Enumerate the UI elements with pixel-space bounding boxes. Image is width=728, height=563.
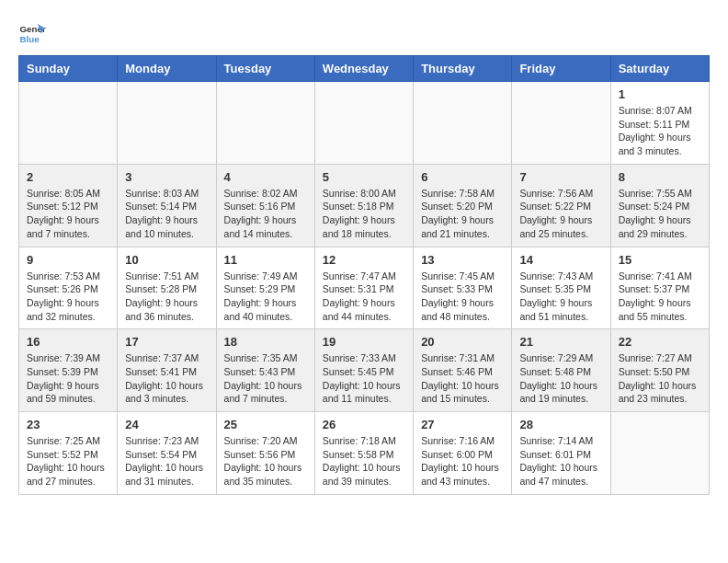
- calendar-day-cell: 8Sunrise: 7:55 AM Sunset: 5:24 PM Daylig…: [610, 164, 709, 247]
- day-info: Sunrise: 7:35 AM Sunset: 5:43 PM Dayligh…: [224, 351, 307, 406]
- calendar-day-cell: 13Sunrise: 7:45 AM Sunset: 5:33 PM Dayli…: [414, 247, 512, 329]
- day-info: Sunrise: 7:27 AM Sunset: 5:50 PM Dayligh…: [619, 351, 701, 406]
- calendar-day-cell: 7Sunrise: 7:56 AM Sunset: 5:22 PM Daylig…: [512, 164, 610, 247]
- calendar-day-cell: 26Sunrise: 7:18 AM Sunset: 5:58 PM Dayli…: [314, 412, 413, 495]
- day-number: 15: [619, 253, 701, 267]
- calendar-week-row: 1Sunrise: 8:07 AM Sunset: 5:11 PM Daylig…: [19, 82, 710, 165]
- day-number: 4: [224, 170, 307, 184]
- day-number: 10: [125, 253, 208, 267]
- day-info: Sunrise: 8:00 AM Sunset: 5:18 PM Dayligh…: [323, 187, 405, 241]
- calendar-day-cell: [118, 82, 216, 165]
- calendar-day-cell: [512, 82, 610, 165]
- day-number: 7: [519, 170, 602, 184]
- day-number: 3: [125, 170, 208, 184]
- day-number: 22: [619, 335, 701, 349]
- day-info: Sunrise: 7:25 AM Sunset: 5:52 PM Dayligh…: [27, 434, 109, 488]
- day-number: 16: [27, 335, 109, 349]
- calendar-day-cell: 6Sunrise: 7:58 AM Sunset: 5:20 PM Daylig…: [414, 164, 512, 247]
- day-number: 18: [224, 335, 307, 349]
- calendar-day-cell: [314, 82, 413, 165]
- weekday-header-monday: Monday: [118, 56, 216, 82]
- day-info: Sunrise: 7:33 AM Sunset: 5:45 PM Dayligh…: [323, 351, 405, 406]
- weekday-header-saturday: Saturday: [610, 56, 709, 82]
- day-number: 5: [323, 170, 405, 184]
- day-number: 13: [421, 253, 504, 267]
- calendar-day-cell: [216, 82, 314, 165]
- calendar-day-cell: 16Sunrise: 7:39 AM Sunset: 5:39 PM Dayli…: [19, 329, 118, 412]
- calendar-day-cell: 3Sunrise: 8:03 AM Sunset: 5:14 PM Daylig…: [118, 164, 216, 247]
- day-number: 14: [519, 253, 602, 267]
- calendar-day-cell: 15Sunrise: 7:41 AM Sunset: 5:37 PM Dayli…: [610, 247, 709, 329]
- logo: General Blue: [18, 18, 46, 46]
- calendar-day-cell: 21Sunrise: 7:29 AM Sunset: 5:48 PM Dayli…: [512, 329, 610, 412]
- calendar-day-cell: [19, 82, 118, 165]
- day-info: Sunrise: 7:23 AM Sunset: 5:54 PM Dayligh…: [125, 434, 208, 488]
- day-number: 23: [27, 418, 109, 431]
- day-info: Sunrise: 7:51 AM Sunset: 5:28 PM Dayligh…: [125, 270, 208, 324]
- day-number: 21: [519, 335, 602, 349]
- calendar-week-row: 2Sunrise: 8:05 AM Sunset: 5:12 PM Daylig…: [19, 164, 710, 247]
- day-number: 12: [323, 253, 405, 267]
- calendar-day-cell: [414, 82, 512, 165]
- calendar-day-cell: 17Sunrise: 7:37 AM Sunset: 5:41 PM Dayli…: [118, 329, 216, 412]
- day-info: Sunrise: 7:29 AM Sunset: 5:48 PM Dayligh…: [519, 351, 602, 406]
- day-info: Sunrise: 7:20 AM Sunset: 5:56 PM Dayligh…: [224, 434, 307, 488]
- day-info: Sunrise: 7:41 AM Sunset: 5:37 PM Dayligh…: [619, 270, 701, 324]
- logo-icon: General Blue: [18, 18, 46, 46]
- calendar-week-row: 9Sunrise: 7:53 AM Sunset: 5:26 PM Daylig…: [19, 247, 710, 329]
- day-info: Sunrise: 8:02 AM Sunset: 5:16 PM Dayligh…: [224, 187, 307, 241]
- day-info: Sunrise: 8:03 AM Sunset: 5:14 PM Dayligh…: [125, 187, 208, 241]
- day-info: Sunrise: 8:07 AM Sunset: 5:11 PM Dayligh…: [619, 104, 701, 158]
- calendar-header-row: SundayMondayTuesdayWednesdayThursdayFrid…: [19, 56, 710, 82]
- day-number: 25: [224, 418, 307, 431]
- day-number: 2: [27, 170, 109, 184]
- calendar-day-cell: 20Sunrise: 7:31 AM Sunset: 5:46 PM Dayli…: [414, 329, 512, 412]
- calendar-day-cell: 22Sunrise: 7:27 AM Sunset: 5:50 PM Dayli…: [610, 329, 709, 412]
- day-info: Sunrise: 7:55 AM Sunset: 5:24 PM Dayligh…: [619, 187, 701, 241]
- day-info: Sunrise: 7:56 AM Sunset: 5:22 PM Dayligh…: [519, 187, 602, 241]
- calendar-day-cell: 4Sunrise: 8:02 AM Sunset: 5:16 PM Daylig…: [216, 164, 314, 247]
- day-info: Sunrise: 7:31 AM Sunset: 5:46 PM Dayligh…: [421, 351, 504, 406]
- weekday-header-tuesday: Tuesday: [216, 56, 314, 82]
- calendar-day-cell: [610, 412, 709, 495]
- day-number: 11: [224, 253, 307, 267]
- calendar-day-cell: 11Sunrise: 7:49 AM Sunset: 5:29 PM Dayli…: [216, 247, 314, 329]
- day-info: Sunrise: 7:47 AM Sunset: 5:31 PM Dayligh…: [323, 270, 405, 324]
- day-number: 1: [619, 87, 701, 101]
- day-info: Sunrise: 7:14 AM Sunset: 6:01 PM Dayligh…: [519, 434, 602, 488]
- header: General Blue: [18, 18, 710, 46]
- day-number: 19: [323, 335, 405, 349]
- day-info: Sunrise: 8:05 AM Sunset: 5:12 PM Dayligh…: [27, 187, 109, 241]
- day-info: Sunrise: 7:18 AM Sunset: 5:58 PM Dayligh…: [323, 434, 405, 488]
- calendar-day-cell: 25Sunrise: 7:20 AM Sunset: 5:56 PM Dayli…: [216, 412, 314, 495]
- weekday-header-friday: Friday: [512, 56, 610, 82]
- day-number: 6: [421, 170, 504, 184]
- calendar-day-cell: 28Sunrise: 7:14 AM Sunset: 6:01 PM Dayli…: [512, 412, 610, 495]
- day-info: Sunrise: 7:16 AM Sunset: 6:00 PM Dayligh…: [421, 434, 504, 488]
- day-number: 27: [421, 418, 504, 431]
- calendar-day-cell: 12Sunrise: 7:47 AM Sunset: 5:31 PM Dayli…: [314, 247, 413, 329]
- calendar-table: SundayMondayTuesdayWednesdayThursdayFrid…: [18, 55, 710, 495]
- calendar-day-cell: 5Sunrise: 8:00 AM Sunset: 5:18 PM Daylig…: [314, 164, 413, 247]
- svg-text:Blue: Blue: [20, 34, 40, 44]
- calendar-day-cell: 19Sunrise: 7:33 AM Sunset: 5:45 PM Dayli…: [314, 329, 413, 412]
- calendar-day-cell: 24Sunrise: 7:23 AM Sunset: 5:54 PM Dayli…: [118, 412, 216, 495]
- day-info: Sunrise: 7:49 AM Sunset: 5:29 PM Dayligh…: [224, 270, 307, 324]
- weekday-header-thursday: Thursday: [414, 56, 512, 82]
- day-number: 28: [519, 418, 602, 431]
- calendar-day-cell: 18Sunrise: 7:35 AM Sunset: 5:43 PM Dayli…: [216, 329, 314, 412]
- calendar-day-cell: 14Sunrise: 7:43 AM Sunset: 5:35 PM Dayli…: [512, 247, 610, 329]
- day-info: Sunrise: 7:58 AM Sunset: 5:20 PM Dayligh…: [421, 187, 504, 241]
- day-info: Sunrise: 7:39 AM Sunset: 5:39 PM Dayligh…: [27, 351, 109, 406]
- calendar-day-cell: 27Sunrise: 7:16 AM Sunset: 6:00 PM Dayli…: [414, 412, 512, 495]
- calendar-day-cell: 2Sunrise: 8:05 AM Sunset: 5:12 PM Daylig…: [19, 164, 118, 247]
- calendar-week-row: 23Sunrise: 7:25 AM Sunset: 5:52 PM Dayli…: [19, 412, 710, 495]
- day-number: 17: [125, 335, 208, 349]
- day-number: 24: [125, 418, 208, 431]
- day-info: Sunrise: 7:53 AM Sunset: 5:26 PM Dayligh…: [27, 270, 109, 324]
- day-info: Sunrise: 7:45 AM Sunset: 5:33 PM Dayligh…: [421, 270, 504, 324]
- day-number: 20: [421, 335, 504, 349]
- weekday-header-sunday: Sunday: [19, 56, 118, 82]
- day-number: 8: [619, 170, 701, 184]
- day-info: Sunrise: 7:43 AM Sunset: 5:35 PM Dayligh…: [519, 270, 602, 324]
